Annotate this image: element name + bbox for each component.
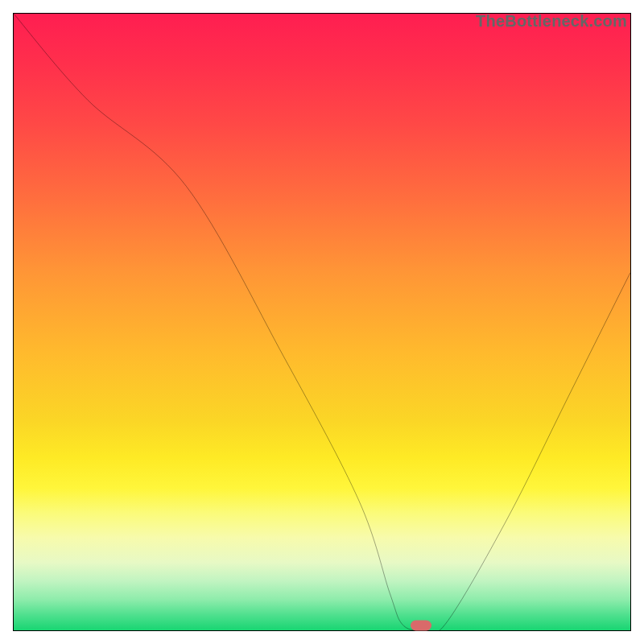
bottleneck-chart: TheBottleneck.com xyxy=(0,0,644,644)
optimal-point-marker xyxy=(411,620,431,630)
bottleneck-curve-path xyxy=(14,14,630,630)
curve-layer xyxy=(14,14,630,630)
plot-area: TheBottleneck.com xyxy=(13,13,631,631)
